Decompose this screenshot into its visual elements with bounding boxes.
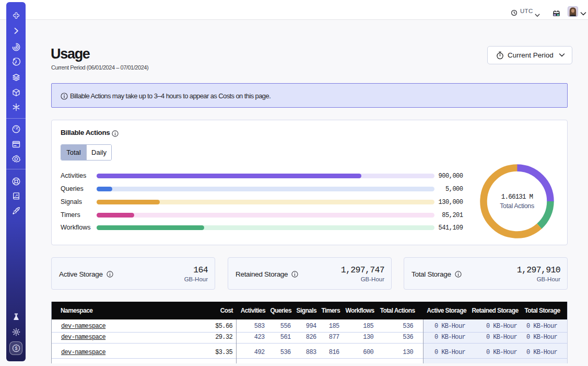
svg-text:$: $ [15, 346, 17, 351]
